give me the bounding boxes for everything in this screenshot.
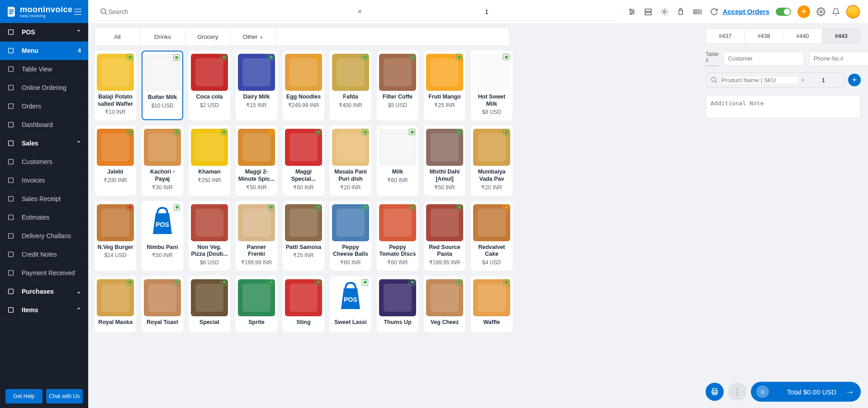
sidebar-item-menu[interactable]: Menu4: [0, 42, 88, 60]
table-label[interactable]: Table #: [706, 51, 719, 66]
product-search-input[interactable]: [721, 77, 797, 84]
sidebar-item-dashboard[interactable]: Dashboard: [0, 116, 88, 134]
product-search[interactable]: ×: [706, 72, 844, 88]
product-qty[interactable]: [808, 77, 839, 84]
refresh-icon[interactable]: [710, 8, 718, 16]
chat-button[interactable]: Chat with Us: [46, 389, 83, 403]
diet-veg-icon: [174, 129, 180, 135]
product-card[interactable]: Khaman ₹250 INR: [189, 126, 230, 195]
sidebar-item-delivery[interactable]: Delivery Challans: [0, 227, 88, 245]
product-card[interactable]: Filter Coffe $5 USD: [377, 51, 418, 120]
product-card[interactable]: Royal Maska: [95, 276, 136, 333]
search-qty[interactable]: [362, 8, 612, 15]
menu-toggle-icon[interactable]: [74, 9, 82, 15]
diet-veg-icon: [315, 279, 321, 286]
product-card[interactable]: Peppy Tomato Discs ₹60 INR: [377, 201, 418, 271]
sidebar-item-invoices[interactable]: Invoices: [0, 171, 88, 190]
product-card[interactable]: Mumbaiya Vada Pav ₹20 INR: [471, 126, 512, 195]
customer-input[interactable]: [723, 52, 804, 66]
category-grocery[interactable]: Grocery: [185, 28, 231, 46]
clear-product-icon[interactable]: ×: [801, 77, 805, 84]
gear-icon[interactable]: [660, 8, 669, 16]
product-card[interactable]: Egg Noodles ₹249.99 INR: [283, 51, 324, 120]
product-name: Thums Up: [379, 319, 416, 326]
product-card[interactable]: Redvalvet Cake $4 USD: [471, 201, 512, 271]
sidebar-item-receipt[interactable]: Sales Receipt: [0, 190, 88, 208]
product-card[interactable]: Sprite: [236, 276, 277, 333]
chevron-up-icon: ⌃: [76, 140, 81, 146]
product-card[interactable]: Royal Toast: [142, 276, 183, 333]
search-input[interactable]: [108, 8, 358, 15]
more-icon[interactable]: ⋮: [728, 383, 746, 401]
product-card[interactable]: N.Veg Burger $14 USD: [95, 201, 136, 271]
order-tab[interactable]: #443: [822, 29, 861, 43]
clear-icon[interactable]: ×: [358, 8, 362, 16]
product-card[interactable]: POS Nimbu Pani ₹50 INR: [142, 201, 183, 271]
search-bar[interactable]: ×: [95, 3, 617, 20]
product-card[interactable]: Maggi 2-Minute Spic... ₹50 INR: [236, 126, 277, 195]
order-tab[interactable]: #437: [706, 29, 745, 43]
total-button[interactable]: 0 Total $0.00 USD →: [751, 382, 861, 402]
user-avatar[interactable]: [846, 5, 860, 19]
product-card[interactable]: Dairy Milk ₹15 INR: [236, 51, 277, 120]
help-button[interactable]: Get Help: [5, 389, 43, 403]
product-card[interactable]: Fruti Mango ₹25 INR: [424, 51, 465, 120]
sidebar-item-customers[interactable]: Customers: [0, 153, 88, 171]
menu-icon: [7, 47, 15, 54]
product-card[interactable]: Sting: [283, 276, 324, 333]
product-card[interactable]: Special: [189, 276, 230, 333]
product-card[interactable]: Masala Pani Puri dish ₹20 INR: [330, 126, 371, 195]
phone-input[interactable]: [809, 52, 868, 66]
product-price: ₹25 INR: [426, 102, 463, 108]
product-card[interactable]: Non Veg. Pizza (Doub... $6 USD: [189, 201, 230, 271]
item-count: 0: [756, 385, 769, 398]
product-card[interactable]: Hot Sweet Milk $8 USD: [471, 51, 512, 120]
product-card[interactable]: Panner Frenki ₹199.99 INR: [236, 201, 277, 271]
sidebar-item-estimates[interactable]: Estimates: [0, 208, 88, 227]
product-card[interactable]: Patti Samosa ₹25 INR: [283, 201, 324, 271]
sidebar-item-pos[interactable]: POS⌃: [0, 23, 88, 42]
product-card[interactable]: Coca cola $2 USD: [189, 51, 230, 120]
add-button[interactable]: +: [797, 5, 810, 18]
accept-orders-link[interactable]: Accept Orders: [723, 8, 769, 15]
category-all[interactable]: All: [95, 28, 140, 46]
sidebar-item-orders[interactable]: Orders: [0, 97, 88, 116]
settings-slider-icon[interactable]: [628, 8, 636, 16]
order-tab[interactable]: #438: [745, 29, 784, 43]
product-card[interactable]: Peppy Cheese Balls ₹60 INR: [330, 201, 371, 271]
takeout-icon[interactable]: [677, 8, 685, 16]
category-drinks[interactable]: Drinks: [140, 28, 185, 46]
product-card[interactable]: Maggi Special... ₹60 INR: [283, 126, 324, 195]
note-input[interactable]: [706, 95, 861, 118]
sidebar-item-payment[interactable]: Payment Received: [0, 264, 88, 282]
sidebar-item-online[interactable]: Online Ordering: [0, 79, 88, 97]
add-product-button[interactable]: +: [848, 74, 861, 86]
sidebar-item-credit[interactable]: Credit Notes: [0, 245, 88, 264]
product-card[interactable]: Veg Cheez: [424, 276, 465, 333]
svg-rect-20: [9, 252, 14, 257]
logo-icon: [6, 6, 16, 18]
sidebar-item-purchases[interactable]: Purchases⌄: [0, 282, 88, 301]
barcode-icon[interactable]: [693, 8, 702, 16]
bell-icon[interactable]: [832, 7, 840, 16]
product-card[interactable]: POS Sweet Lassi: [330, 276, 371, 333]
sidebar-item-sales[interactable]: Sales⌃: [0, 134, 88, 153]
order-tab[interactable]: #440: [783, 29, 822, 43]
category-other[interactable]: Other▼: [231, 28, 276, 46]
product-card[interactable]: Misthi Dahi [Amul] ₹50 INR: [424, 126, 465, 195]
product-card[interactable]: Jalebi ₹200 INR: [95, 126, 136, 195]
product-card[interactable]: Thums Up: [377, 276, 418, 333]
product-card[interactable]: Milk ₹60 INR: [377, 126, 418, 195]
product-card[interactable]: Red Source Pasta ₹199.95 INR: [424, 201, 465, 271]
product-card[interactable]: Waffle: [471, 276, 512, 333]
accept-toggle[interactable]: [776, 8, 791, 16]
settings-icon[interactable]: [816, 7, 825, 16]
print-icon[interactable]: [706, 383, 724, 401]
sidebar-item-items[interactable]: Items⌃: [0, 301, 88, 319]
layout-icon[interactable]: [644, 8, 652, 16]
product-card[interactable]: Fafda ₹400 INR: [330, 51, 371, 120]
product-card[interactable]: Butter Milk $10 USD: [142, 51, 183, 120]
sidebar-item-table[interactable]: Table View: [0, 60, 88, 79]
product-card[interactable]: Balaji Potato salted Waffer ₹10 INR: [95, 51, 136, 120]
product-card[interactable]: Kachori - Payaj ₹30 INR: [142, 126, 183, 195]
